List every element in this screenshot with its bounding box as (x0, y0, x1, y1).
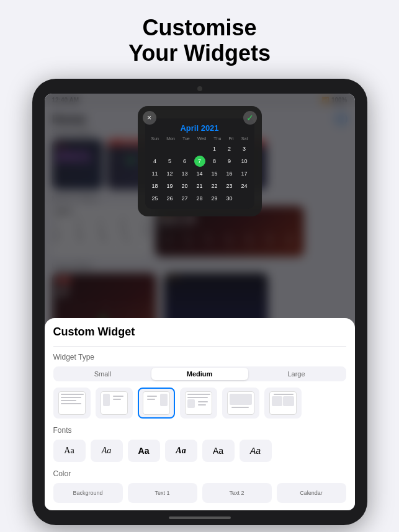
font-option-5[interactable]: Aa (202, 440, 235, 462)
font-option-2[interactable]: Aa (91, 440, 123, 462)
widget-option-3[interactable] (138, 388, 175, 419)
pcal-row-1: 1 2 3 (148, 143, 252, 154)
preview-card: × ✓ April 2021 Sun Mon Tue Wed Thu Fri (138, 106, 262, 216)
page-wrapper: Customise Your Widgets 12:40 AM 📶 100% H… (0, 0, 399, 532)
fonts-row: Aa Aa Aa Aa Aa Aa (53, 440, 346, 462)
size-tab-large[interactable]: Large (248, 368, 345, 380)
widget-option-4[interactable] (180, 388, 217, 419)
ipad-screen: 12:40 AM 📶 100% Home i Small Widget Year (45, 94, 355, 510)
color-calendar[interactable]: Calendar (277, 483, 346, 503)
widget-option-5[interactable] (222, 388, 259, 419)
bs-divider (53, 346, 346, 347)
preview-check-button[interactable]: ✓ (243, 111, 257, 125)
preview-calendar: April 2021 Sun Mon Tue Wed Thu Fri Sat (145, 118, 254, 209)
ipad-camera (197, 86, 202, 91)
font-option-3[interactable]: Aa (128, 440, 160, 462)
pcal-month: April 2021 (150, 123, 249, 133)
fonts-label: Fonts (53, 426, 346, 435)
bs-title: Custom Widget (53, 326, 346, 339)
pcal-row-3: 11 12 13 14 15 16 17 (148, 168, 252, 179)
font-option-6[interactable]: Aa (240, 440, 272, 462)
color-text1[interactable]: Text 1 (128, 483, 197, 503)
widget-option-1[interactable] (53, 388, 91, 419)
color-text2[interactable]: Text 2 (202, 483, 272, 503)
pcal-row-5: 25 26 27 28 29 30 (148, 193, 252, 204)
font-option-1[interactable]: Aa (53, 440, 86, 462)
colors-row: Background Text 1 Text 2 Calendar (53, 483, 346, 503)
widget-type-label: Widget Type (53, 353, 346, 361)
size-tab-medium[interactable]: Medium (151, 368, 248, 380)
font-option-4[interactable]: Aa (165, 440, 197, 462)
widget-option-2[interactable] (96, 388, 133, 419)
page-title: Customise Your Widgets (128, 15, 271, 66)
color-background[interactable]: Background (53, 483, 123, 503)
ipad-frame: 12:40 AM 📶 100% Home i Small Widget Year (32, 79, 367, 525)
pcal-grid: 1 2 3 4 5 6 7 8 9 10 (145, 142, 254, 209)
size-tab-small[interactable]: Small (55, 368, 151, 380)
pcal-row-4: 18 19 20 21 22 23 24 (148, 180, 252, 192)
color-label: Color (53, 469, 346, 478)
ipad-home-indicator (169, 516, 231, 519)
widget-options (53, 388, 346, 419)
bottom-sheet: Custom Widget Widget Type Small Medium L… (45, 318, 355, 510)
pcal-header: April 2021 (145, 118, 254, 135)
pcal-days-header: Sun Mon Tue Wed Thu Fri Sat (145, 135, 254, 142)
widget-option-6[interactable] (264, 388, 302, 419)
preview-close-button[interactable]: × (143, 111, 156, 125)
size-tabs: Small Medium Large (53, 366, 346, 381)
pcal-row-2: 4 5 6 7 8 9 10 (148, 156, 252, 167)
